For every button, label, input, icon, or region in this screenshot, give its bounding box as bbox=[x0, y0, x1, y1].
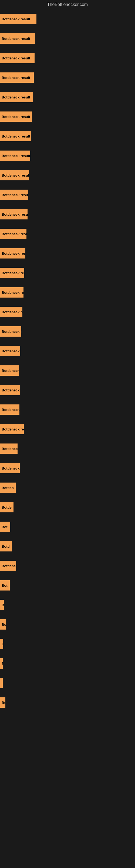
bar-row bbox=[0, 673, 135, 693]
bar-label: Bottleneck bbox=[2, 447, 17, 451]
bar-row: Bottleneck result bbox=[0, 68, 135, 87]
bar-row: Bottleneck result bbox=[0, 302, 135, 322]
bar-row: Bottleneck result bbox=[0, 165, 135, 185]
bar-label: Bottleneck result bbox=[2, 56, 30, 60]
bar-label: Bottleneck result bbox=[2, 193, 28, 197]
bar-row: Bot bbox=[0, 517, 135, 536]
bottleneck-bar: B bbox=[0, 639, 3, 649]
bottleneck-bar: Bottle bbox=[0, 502, 13, 513]
bar-row: Bottleneck result bbox=[0, 244, 135, 263]
bottleneck-bar: Bottleneck resu bbox=[0, 346, 20, 356]
bar-row: Bottleneck result bbox=[0, 205, 135, 224]
bottleneck-bar: Bottleneck result bbox=[0, 326, 21, 337]
bar-label: Bottlen bbox=[2, 486, 14, 490]
bar-row: Bot bbox=[0, 576, 135, 595]
bar-row: B bbox=[0, 634, 135, 654]
bar-label: Bottleneck result bbox=[2, 330, 21, 334]
bar-label: Bottleneck result bbox=[2, 290, 24, 294]
bar-row: B bbox=[0, 654, 135, 673]
bar-label: Bottleneck resu bbox=[2, 388, 20, 392]
bar-label: Bottleneck result bbox=[2, 76, 30, 80]
bar-row: Bottleneck resu bbox=[0, 458, 135, 478]
bottleneck-bar: Bottleneck result bbox=[0, 33, 35, 44]
bar-row: Bottleneck result bbox=[0, 48, 135, 68]
site-title: TheBottlenecker.com bbox=[0, 0, 135, 9]
bar-row: Bottle bbox=[0, 497, 135, 517]
bar-row: Bottleneck resu bbox=[0, 341, 135, 361]
bottleneck-bar: Bottleneck result bbox=[0, 53, 35, 63]
bar-label: Bottleneck r bbox=[2, 369, 19, 373]
bottleneck-bar: Bottleneck result bbox=[0, 287, 24, 298]
bar-label: B bbox=[2, 603, 4, 607]
bottleneck-bar: Bottleneck result bbox=[0, 131, 31, 141]
bar-row: Bottleneck result bbox=[0, 263, 135, 283]
bar-row: Bo bbox=[0, 693, 135, 712]
bar-row: Bottleneck result bbox=[0, 126, 135, 146]
bar-label: Bottle bbox=[2, 505, 12, 509]
bar-label: Bottleneck result bbox=[2, 173, 29, 177]
bottleneck-bar: Bottleneck bbox=[0, 443, 17, 454]
bottleneck-bar: Bo bbox=[0, 619, 6, 629]
bottleneck-bar: Bottleneck result bbox=[0, 248, 26, 258]
bar-row: Bottleneck result bbox=[0, 146, 135, 165]
bottleneck-bar: Bot bbox=[0, 522, 10, 532]
bottleneck-bar: Bot bbox=[0, 580, 10, 590]
bottleneck-bar: Bottleneck result bbox=[0, 14, 37, 24]
bottleneck-bar: Bottleneck r bbox=[0, 365, 19, 376]
bar-label: Bottl bbox=[2, 545, 10, 549]
bar-row: Bottleneck result bbox=[0, 185, 135, 205]
bottleneck-bar: Bottleneck result bbox=[0, 92, 33, 102]
bar-label: B bbox=[2, 661, 3, 665]
bar-label: Bot bbox=[2, 525, 8, 529]
bottleneck-bar: Bottleneck result bbox=[0, 307, 22, 317]
bar-label: Bottleneck result bbox=[2, 232, 27, 236]
bar-label: Bottleneck re bbox=[2, 408, 19, 412]
bottleneck-bar bbox=[0, 678, 3, 688]
bar-label: B bbox=[2, 642, 3, 646]
bar-label: Bottleneck resu bbox=[2, 466, 20, 470]
bottleneck-bar: Bottleneck result bbox=[0, 112, 32, 122]
bar-label: Bottleneck result bbox=[2, 427, 24, 431]
bar-row: Bottleneck result bbox=[0, 87, 135, 107]
bottleneck-bar: Bottleneck result bbox=[0, 229, 27, 239]
bottleneck-bar: Bottleneck resu bbox=[0, 385, 20, 395]
bottleneck-bar: Bottleneck result bbox=[0, 151, 30, 161]
bar-label: Bottleneck result bbox=[2, 251, 26, 255]
bottleneck-bar: Bottlene bbox=[0, 561, 16, 571]
bar-label: Bottleneck result bbox=[2, 212, 28, 216]
bottleneck-bar: B bbox=[0, 600, 4, 610]
bar-row: Bottleneck result bbox=[0, 322, 135, 341]
bar-row: Bottl bbox=[0, 536, 135, 556]
bar-row: Bo bbox=[0, 615, 135, 634]
bottleneck-bar: B bbox=[0, 658, 3, 669]
bar-row: Bottleneck re bbox=[0, 400, 135, 420]
bar-label: Bot bbox=[2, 584, 8, 588]
bottleneck-bar: Bo bbox=[0, 698, 5, 708]
bar-row: Bottlene bbox=[0, 556, 135, 576]
bar-row: Bottleneck result bbox=[0, 420, 135, 439]
bar-row: Bottleneck result bbox=[0, 283, 135, 302]
bar-row: Bottlen bbox=[0, 478, 135, 497]
bottleneck-bar: Bottleneck re bbox=[0, 404, 19, 415]
bar-label: Bottleneck result bbox=[2, 271, 24, 275]
bar-row: Bottleneck result bbox=[0, 107, 135, 126]
bottleneck-bar: Bottl bbox=[0, 541, 12, 552]
bottleneck-bar: Bottleneck result bbox=[0, 268, 24, 278]
bottleneck-bar: Bottleneck result bbox=[0, 72, 34, 83]
bar-label: Bottleneck result bbox=[2, 115, 30, 119]
bar-row: Bottleneck resu bbox=[0, 380, 135, 400]
bar-label: Bottleneck resu bbox=[2, 349, 20, 353]
bottleneck-bar: Bottleneck result bbox=[0, 424, 24, 434]
bottleneck-bar: Bottlen bbox=[0, 483, 16, 493]
bottleneck-bar: Bottleneck result bbox=[0, 190, 28, 200]
bar-label: Bottlene bbox=[2, 564, 16, 568]
bar-label: Bottleneck result bbox=[2, 134, 30, 138]
bar-label: Bo bbox=[2, 622, 6, 627]
bar-row: Bottleneck result bbox=[0, 29, 135, 48]
bar-label: Bottleneck result bbox=[2, 310, 22, 314]
bottleneck-bar: Bottleneck result bbox=[0, 209, 28, 219]
bar-row: Bottleneck result bbox=[0, 224, 135, 244]
bar-row: Bottleneck bbox=[0, 439, 135, 458]
bar-row: Bottleneck r bbox=[0, 361, 135, 380]
bar-label: Bottleneck result bbox=[2, 154, 30, 158]
